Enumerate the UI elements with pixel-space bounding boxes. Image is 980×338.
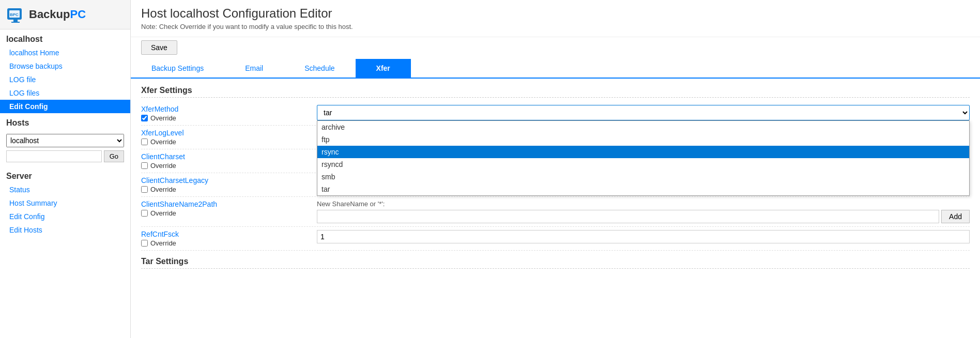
tabs: Backup Settings Email Schedule Xfer (131, 59, 980, 79)
svg-rect-2 (13, 20, 18, 22)
sidebar-item-localhost-home[interactable]: localhost Home (0, 46, 130, 59)
client-share-name2-path-control: New ShareName or '*': Add (317, 200, 970, 223)
client-charset-label[interactable]: ClientCharset (141, 152, 312, 161)
xfer-log-level-override-row: Override (141, 138, 312, 146)
sidebar: BPC BackupPC localhost localhost Home Br… (0, 0, 131, 338)
setting-xfer-method: XferMethod Override tar archive ftp rsyn… (141, 102, 970, 126)
sidebar-item-log-files[interactable]: LOG files (0, 86, 130, 100)
sidebar-item-edit-config[interactable]: Edit Config (0, 100, 130, 113)
setting-client-share-name2-path: ClientShareName2Path Override New ShareN… (141, 197, 970, 227)
save-row: Save (131, 37, 980, 59)
client-charset-label-col: ClientCharset Override (141, 152, 317, 170)
option-ftp[interactable]: ftp (317, 133, 969, 146)
tab-xfer[interactable]: Xfer (356, 59, 411, 78)
sidebar-logo: BPC BackupPC (0, 0, 130, 29)
sharename-input[interactable] (317, 210, 939, 223)
xfer-method-dropdown-wrapper: tar archive ftp rsync rsyncd smb tar (317, 105, 970, 120)
xfer-method-dropdown-list: archive ftp rsync rsyncd smb tar (317, 120, 970, 196)
option-smb[interactable]: smb (317, 171, 969, 183)
option-tar[interactable]: tar (317, 183, 969, 195)
svg-rect-3 (11, 22, 20, 23)
xfer-method-control: tar archive ftp rsync rsyncd smb tar (317, 105, 970, 120)
sidebar-item-edit-hosts[interactable]: Edit Hosts (0, 223, 130, 237)
sidebar-item-log-file[interactable]: LOG file (0, 73, 130, 86)
logo-text-1: Backup (29, 8, 70, 21)
tab-schedule[interactable]: Schedule (284, 59, 355, 78)
sharename-label: New ShareName or '*': (317, 200, 385, 208)
host-search-go-button[interactable]: Go (104, 150, 124, 162)
main-header: Host localhost Configuration Editor Note… (131, 0, 980, 37)
xfer-method-label-col: XferMethod Override (141, 105, 317, 122)
hosts-section: localhost Go (0, 130, 130, 166)
sidebar-item-edit-config-server[interactable]: Edit Config (0, 210, 130, 223)
ref-cnt-fsck-label-col: RefCntFsck Override (141, 230, 317, 247)
ref-cnt-fsck-input[interactable] (317, 230, 970, 243)
tab-email[interactable]: Email (224, 59, 284, 78)
xfer-log-level-override-label: Override (150, 138, 176, 146)
client-charset-legacy-override-checkbox[interactable] (141, 186, 148, 193)
option-archive[interactable]: archive (317, 121, 969, 133)
sidebar-item-host-summary[interactable]: Host Summary (0, 196, 130, 210)
sidebar-item-browse-backups[interactable]: Browse backups (0, 59, 130, 73)
sharename-section: New ShareName or '*': Add (317, 200, 970, 223)
sharename-input-row: Add (317, 210, 970, 223)
ref-cnt-fsck-override-row: Override (141, 239, 312, 247)
client-share-name2-path-label[interactable]: ClientShareName2Path (141, 200, 312, 208)
host-section-title: localhost (0, 29, 130, 46)
note-text: Note: Check Override if you want to modi… (141, 23, 970, 30)
ref-cnt-fsck-override-checkbox[interactable] (141, 240, 148, 247)
client-share-name2-path-override-row: Override (141, 209, 312, 217)
host-search-input[interactable] (6, 150, 102, 162)
client-charset-legacy-label[interactable]: ClientCharsetLegacy (141, 176, 312, 185)
host-search-row: Go (6, 150, 124, 162)
server-section-title: Server (0, 166, 130, 183)
xfer-section-title: Xfer Settings (141, 86, 970, 98)
save-button[interactable]: Save (141, 40, 177, 55)
client-charset-override-row: Override (141, 162, 312, 170)
option-rsync[interactable]: rsync (317, 146, 969, 158)
ref-cnt-fsck-label[interactable]: RefCntFsck (141, 230, 312, 238)
client-share-name2-path-override-checkbox[interactable] (141, 210, 148, 217)
option-rsyncd[interactable]: rsyncd (317, 158, 969, 171)
hosts-dropdown[interactable]: localhost (6, 134, 124, 147)
backuppc-icon: BPC (6, 5, 25, 24)
logo-text-2: PC (70, 8, 86, 21)
client-charset-override-checkbox[interactable] (141, 162, 148, 169)
xfer-method-label[interactable]: XferMethod (141, 105, 312, 113)
setting-ref-cnt-fsck: RefCntFsck Override (141, 227, 970, 251)
xfer-log-level-override-checkbox[interactable] (141, 139, 148, 145)
xfer-method-override-row: Override (141, 114, 312, 122)
xfer-method-override-checkbox[interactable] (141, 115, 148, 121)
client-share-name2-path-override-label: Override (150, 209, 176, 217)
xfer-method-override-label: Override (150, 114, 176, 122)
app-title: BackupPC (29, 8, 86, 21)
tab-backup-settings[interactable]: Backup Settings (131, 59, 224, 78)
ref-cnt-fsck-control (317, 230, 970, 243)
ref-cnt-fsck-override-label: Override (150, 239, 176, 247)
client-charset-legacy-override-label: Override (150, 186, 176, 193)
xfer-method-select[interactable]: tar (317, 105, 970, 120)
main-content: Host localhost Configuration Editor Note… (131, 0, 980, 338)
content-area: Xfer Settings XferMethod Override tar ar… (131, 79, 980, 338)
tar-section-title: Tar Settings (141, 257, 970, 269)
client-share-name2-path-label-col: ClientShareName2Path Override (141, 200, 317, 217)
client-charset-legacy-label-col: ClientCharsetLegacy Override (141, 176, 317, 193)
xfer-log-level-label-col: XferLogLevel Override (141, 129, 317, 146)
svg-text:BPC: BPC (10, 12, 19, 17)
hosts-section-title: Hosts (0, 113, 130, 130)
client-charset-legacy-override-row: Override (141, 186, 312, 193)
sidebar-item-status[interactable]: Status (0, 183, 130, 196)
add-button[interactable]: Add (941, 210, 970, 223)
xfer-log-level-label[interactable]: XferLogLevel (141, 129, 312, 137)
client-charset-override-label: Override (150, 162, 176, 170)
page-title: Host localhost Configuration Editor (141, 6, 970, 21)
